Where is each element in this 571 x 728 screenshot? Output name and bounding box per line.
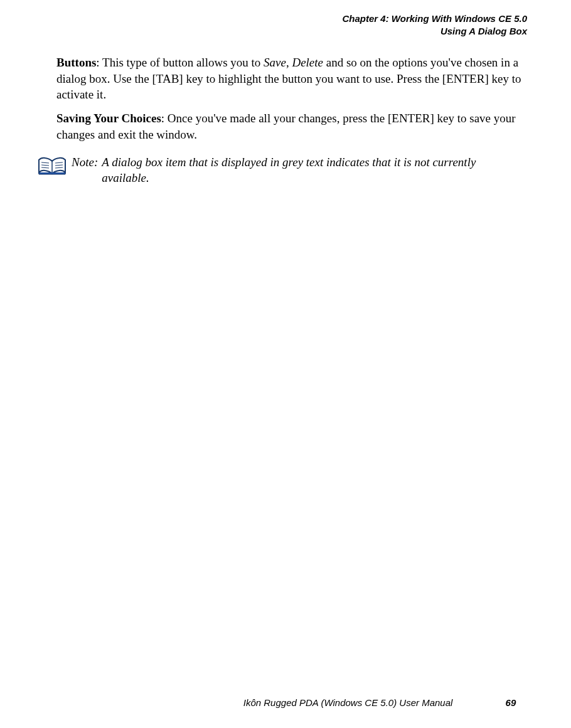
page-footer: Ikôn Rugged PDA (Windows CE 5.0) User Ma…: [0, 697, 571, 708]
note-content: A dialog box item that is displayed in g…: [102, 155, 515, 186]
header-section: Using A Dialog Box: [38, 25, 527, 38]
note-label: Note:: [72, 155, 98, 186]
note-block: Note: A dialog box item that is displaye…: [38, 155, 515, 186]
lead-saving: Saving Your Choices: [56, 112, 161, 125]
page-number: 69: [506, 697, 516, 708]
p1-text-a: : This type of button allows you to: [96, 56, 264, 69]
p1-italic-save: Save: [264, 56, 286, 69]
lead-buttons: Buttons: [56, 56, 96, 69]
paragraph-buttons: Buttons: This type of button allows you …: [56, 55, 527, 103]
note-text: Note: A dialog box item that is displaye…: [72, 155, 515, 186]
p1-comma: ,: [286, 56, 292, 69]
header-chapter: Chapter 4: Working With Windows CE 5.0: [38, 13, 527, 25]
p1-italic-delete: Delete: [292, 56, 323, 69]
footer-title: Ikôn Rugged PDA (Windows CE 5.0) User Ma…: [243, 697, 453, 708]
book-icon: [38, 156, 67, 176]
page-header: Chapter 4: Working With Windows CE 5.0 U…: [38, 13, 533, 37]
paragraph-saving: Saving Your Choices: Once you've made al…: [56, 110, 527, 142]
